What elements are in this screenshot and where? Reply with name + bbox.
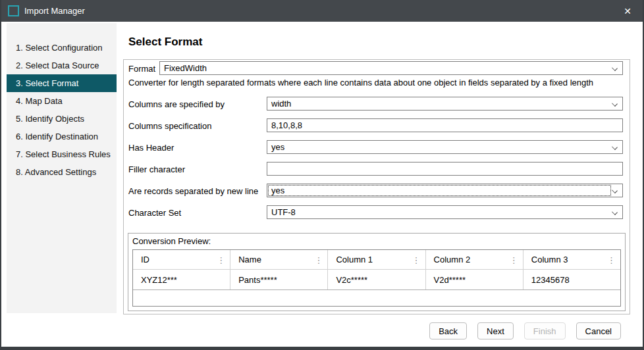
are-records-separated-by-new-line-value: yes [271, 186, 284, 195]
columns-are-specified-by-label: Columns are specified by [128, 99, 225, 109]
chevron-down-icon [612, 188, 618, 193]
columns-are-specified-by-value: width [271, 99, 291, 109]
titlebar: Import Manager ✕ [1, 0, 643, 22]
column-header-id[interactable]: ID⋮ [133, 250, 230, 269]
format-fields: Columns are specified bywidthColumns spe… [124, 93, 630, 223]
table-cell: XYZ12*** [133, 270, 230, 289]
column-header-column-1[interactable]: Column 1⋮ [328, 250, 425, 269]
sidebar-item-identify-objects[interactable]: 5. Identify Objects [7, 110, 117, 128]
column-menu-icon[interactable]: ⋮ [314, 255, 323, 264]
sidebar-item-advanced-settings[interactable]: 8. Advanced Settings [7, 163, 117, 181]
column-menu-icon[interactable]: ⋮ [217, 255, 225, 264]
table-cell: V2c***** [328, 270, 425, 289]
table-cell: V2d***** [426, 270, 523, 289]
column-header-label: Column 2 [434, 255, 471, 264]
has-header-value: yes [271, 142, 284, 152]
sidebar-item-select-configuration[interactable]: 1. Select Configuration [7, 39, 117, 57]
format-description: Converter for length separated formats w… [128, 78, 624, 88]
has-header-select[interactable]: yes [267, 140, 623, 154]
preview-table: ID⋮Name⋮Column 1⋮Column 2⋮Column 3⋮ XYZ1… [132, 249, 621, 307]
columns-are-specified-by-select[interactable]: width [267, 97, 623, 111]
format-settings-panel: Format FixedWidth Converter for length s… [123, 59, 630, 314]
sidebar-item-select-format[interactable]: 3. Select Format [7, 74, 117, 92]
are-records-separated-by-new-line-label: Are records separated by new line [128, 186, 258, 195]
field-row-filler-character: Filler character [124, 158, 630, 180]
window-title: Import Manager [24, 6, 85, 16]
format-select-value: FixedWidth [164, 63, 207, 73]
column-header-column-3[interactable]: Column 3⋮ [523, 250, 620, 269]
column-header-label: Name [238, 255, 261, 264]
filler-character-label: Filler character [128, 164, 185, 174]
field-row-columns-specification: Columns specification8,10,8,8 [124, 114, 630, 136]
column-menu-icon[interactable]: ⋮ [510, 255, 518, 264]
character-set-select[interactable]: UTF-8 [267, 205, 623, 219]
format-label: Format [128, 63, 155, 73]
field-row-columns-are-specified-by: Columns are specified bywidth [124, 93, 630, 114]
chevron-down-icon [612, 101, 618, 107]
wizard-steps-sidebar: 1. Select Configuration2. Select Data So… [7, 23, 117, 313]
column-header-column-2[interactable]: Column 2⋮ [426, 250, 523, 269]
chevron-down-icon [612, 209, 618, 215]
preview-table-header: ID⋮Name⋮Column 1⋮Column 2⋮Column 3⋮ [133, 250, 620, 270]
preview-table-body: XYZ12***Pants*****V2c*****V2d*****123456… [133, 270, 620, 290]
app-icon [8, 5, 19, 16]
field-row-has-header: Has Headeryes [124, 136, 630, 158]
field-row-character-set: Character SetUTF-8 [124, 201, 630, 223]
columns-specification-label: Columns specification [128, 120, 211, 130]
chevron-down-icon [612, 65, 618, 71]
table-cell: Pants***** [230, 270, 328, 289]
format-select[interactable]: FixedWidth [159, 61, 623, 75]
character-set-value: UTF-8 [271, 207, 296, 217]
field-row-are-records-separated-by-new-line: Are records separated by new lineyes [124, 180, 630, 201]
conversion-preview-label: Conversion Preview: [132, 236, 211, 246]
character-set-label: Character Set [128, 207, 181, 217]
sidebar-item-select-business-rules[interactable]: 7. Select Business Rules [7, 145, 117, 163]
are-records-separated-by-new-line-select[interactable]: yes [267, 184, 623, 197]
sidebar-item-identify-destination[interactable]: 6. Identify Destination [7, 128, 117, 145]
column-header-label: Column 1 [336, 255, 373, 264]
column-header-label: Column 3 [531, 255, 568, 264]
column-menu-icon[interactable]: ⋮ [412, 255, 421, 264]
page-title: Select Format [128, 36, 202, 49]
sidebar-item-select-data-source[interactable]: 2. Select Data Source [7, 57, 117, 74]
columns-specification-value: 8,10,8,8 [271, 120, 302, 130]
columns-specification-input[interactable]: 8,10,8,8 [267, 118, 623, 132]
wizard-footer: BackNextFinishCancel [429, 322, 621, 339]
conversion-preview-group: Conversion Preview: ID⋮Name⋮Column 1⋮Col… [128, 233, 626, 311]
format-row: Format FixedWidth [124, 61, 630, 75]
import-manager-window: Import Manager ✕ 1. Select Configuration… [0, 0, 644, 350]
column-header-label: ID [141, 255, 149, 264]
chevron-down-icon [612, 144, 618, 150]
table-cell: 12345678 [523, 270, 620, 289]
back-button[interactable]: Back [429, 322, 467, 339]
close-icon[interactable]: ✕ [612, 0, 643, 22]
filler-character-input[interactable] [267, 162, 623, 176]
column-menu-icon[interactable]: ⋮ [607, 255, 616, 264]
cancel-button[interactable]: Cancel [576, 322, 621, 339]
finish-button: Finish [524, 322, 566, 339]
sidebar-item-map-data[interactable]: 4. Map Data [7, 92, 117, 110]
has-header-label: Has Header [128, 142, 174, 152]
table-row: XYZ12***Pants*****V2c*****V2d*****123456… [133, 270, 620, 290]
column-header-name[interactable]: Name⋮ [230, 250, 328, 269]
next-button[interactable]: Next [477, 322, 514, 339]
